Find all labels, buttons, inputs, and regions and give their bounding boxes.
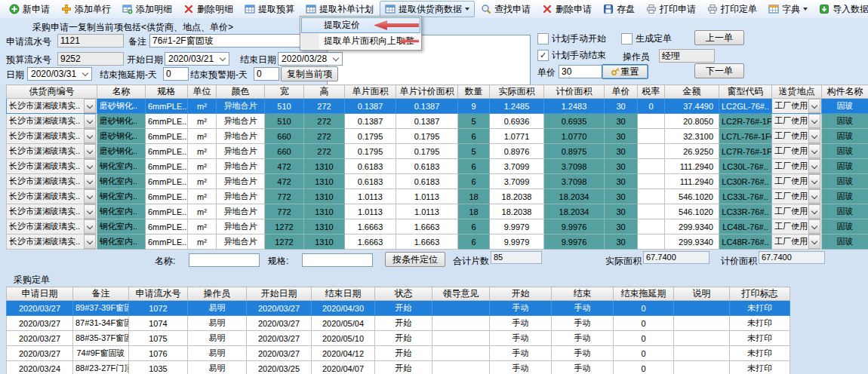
cell[interactable]: 开始 <box>375 346 432 361</box>
toolbar-button[interactable]: 打印申请 <box>641 1 701 17</box>
cell[interactable]: 9 <box>458 99 490 114</box>
end-date-combo[interactable]: 2020/03/28 <box>278 52 343 66</box>
combo-arrow-icon[interactable] <box>84 114 96 128</box>
cell[interactable]: 固玻 <box>822 159 868 174</box>
cell[interactable]: 未打印 <box>730 316 790 331</box>
cell[interactable]: LC7R-76#-1FO <box>719 144 772 159</box>
cell[interactable]: LC2GL-76#.. <box>719 99 772 114</box>
toolbar-button[interactable]: 提取预算 <box>239 1 300 17</box>
cell[interactable] <box>638 144 665 159</box>
cell[interactable]: 手动 <box>490 301 552 316</box>
table-row[interactable]: 2020/03/2774#9F窗固玻1076易明2020/03/272020/0… <box>7 346 790 361</box>
combo-arrow-icon[interactable] <box>808 114 820 128</box>
toolbar-button[interactable]: 添加明细 <box>117 1 177 17</box>
cell[interactable]: 易明 <box>188 361 247 374</box>
cell[interactable]: 89#37-39F窗固玻 <box>73 301 129 316</box>
cell[interactable]: 未打印 <box>730 346 790 361</box>
cell[interactable]: 易明 <box>188 316 247 331</box>
cell[interactable]: 1310 <box>304 219 345 235</box>
cell[interactable]: 6 <box>458 174 490 189</box>
cell[interactable]: 0 <box>614 331 674 346</box>
cell[interactable]: 2020/05/10 <box>312 331 375 346</box>
cell[interactable]: 1.6663 <box>396 219 458 235</box>
reset-button[interactable]: 重置 <box>602 64 648 79</box>
cell[interactable]: 异地合片 <box>217 144 265 159</box>
cell[interactable]: 660 <box>265 129 304 144</box>
cell[interactable]: 异地合片 <box>217 129 265 144</box>
cell[interactable]: 1.6663 <box>345 219 396 235</box>
cell[interactable]: 异地合片 <box>217 174 265 189</box>
cell[interactable]: m² <box>188 99 217 114</box>
cell[interactable]: m² <box>188 174 217 189</box>
cell[interactable]: 772 <box>265 204 304 219</box>
cell[interactable]: 磨砂钢化.. <box>97 129 146 144</box>
cell[interactable]: m² <box>188 114 217 129</box>
toolbar-button[interactable]: 删除明细 <box>178 1 239 17</box>
cell[interactable]: 长沙市潇湘玻璃实.. <box>7 99 97 114</box>
cell[interactable]: 钢化室内.. <box>97 219 146 235</box>
cell[interactable]: 固玻 <box>822 114 868 129</box>
table-row[interactable]: 2020/03/2788#35-37F窗固玻1075易明2020/03/2720… <box>7 331 790 346</box>
combo-arrow-icon[interactable] <box>808 219 820 234</box>
cell[interactable]: 固玻 <box>822 204 868 219</box>
cell[interactable]: 0 <box>614 316 674 331</box>
cell[interactable]: 手动 <box>490 331 552 346</box>
cell[interactable]: 长沙市潇湘玻璃实.. <box>7 235 97 250</box>
cell[interactable]: 1.0113 <box>396 204 458 219</box>
table-row[interactable]: 2020/03/2488#23-27F门顶玻1035易明2020/03/2520… <box>7 361 790 374</box>
cell[interactable]: 0.1387 <box>345 99 396 114</box>
cell[interactable]: 异地合片 <box>217 159 265 174</box>
cell[interactable]: 易明 <box>188 301 247 316</box>
column-header[interactable]: 宽 <box>265 85 304 99</box>
column-header[interactable]: 计价面积 <box>544 85 605 99</box>
column-header[interactable]: 结束日期 <box>312 287 375 301</box>
combo-arrow-icon[interactable] <box>808 159 820 173</box>
end-warning-field[interactable] <box>254 67 279 81</box>
toolbar-button[interactable]: 导入数据 <box>814 1 868 17</box>
cell[interactable]: 9.9976 <box>544 235 605 250</box>
cell[interactable]: 2020/03/25 <box>247 361 312 374</box>
cell[interactable]: 1.2485 <box>490 99 544 114</box>
cell[interactable]: 6mmPLE.. <box>146 174 188 189</box>
cell[interactable]: 3.7099 <box>490 159 544 174</box>
combo-arrow-icon[interactable] <box>84 219 96 234</box>
cell[interactable]: 固玻 <box>822 219 868 235</box>
cell[interactable] <box>638 114 665 129</box>
column-header[interactable]: 单价 <box>605 85 638 99</box>
column-header[interactable]: 单片面积 <box>345 85 396 99</box>
cell[interactable]: 手动 <box>552 331 614 346</box>
column-header[interactable]: 供货商编号 <box>7 85 97 99</box>
combo-arrow-icon[interactable] <box>84 144 96 158</box>
cell[interactable]: 1035 <box>129 361 188 374</box>
cell[interactable]: LC2R-76#-1F <box>719 114 772 129</box>
combo-arrow-icon[interactable] <box>84 235 96 249</box>
table-row[interactable]: 长沙市潇湘玻璃实..钢化室内..6mmPLE..m²异地合片127213101.… <box>7 235 868 250</box>
cell[interactable]: 299.9340 <box>665 219 719 235</box>
cell[interactable]: m² <box>188 235 217 250</box>
toolbar-button[interactable]: 字典 <box>763 1 813 17</box>
table-row[interactable]: 长沙市潇湘玻璃实..钢化室内..6mmPLE..m²异地合片77213101.0… <box>7 204 868 219</box>
combo-arrow-icon[interactable] <box>808 144 820 158</box>
cell[interactable]: 工厂使用 <box>772 114 822 129</box>
cell[interactable] <box>432 331 490 346</box>
cell[interactable]: 1075 <box>129 331 188 346</box>
cell[interactable]: 0.6183 <box>345 174 396 189</box>
cell[interactable]: 6 <box>458 219 490 235</box>
cell[interactable]: 手动 <box>490 316 552 331</box>
cell[interactable] <box>432 346 490 361</box>
column-header[interactable]: 税率 <box>638 85 665 99</box>
cell[interactable]: 30 <box>605 235 638 250</box>
cell[interactable]: 1310 <box>304 159 345 174</box>
cell[interactable]: 660 <box>265 144 304 159</box>
column-header[interactable]: 送货地点 <box>772 85 822 99</box>
cell[interactable]: 长沙市潇湘玻璃实.. <box>7 189 97 204</box>
cell[interactable]: m² <box>188 204 217 219</box>
cell[interactable] <box>638 174 665 189</box>
cell[interactable]: 磨砂钢化.. <box>97 114 146 129</box>
cell[interactable]: 18.2034 <box>544 204 605 219</box>
combo-arrow-icon[interactable] <box>808 99 820 113</box>
cell[interactable]: 1.0113 <box>345 204 396 219</box>
unit-price-field[interactable] <box>559 65 602 78</box>
cell[interactable]: 30 <box>605 129 638 144</box>
cell[interactable]: 长沙市潇湘玻璃实.. <box>7 129 97 144</box>
